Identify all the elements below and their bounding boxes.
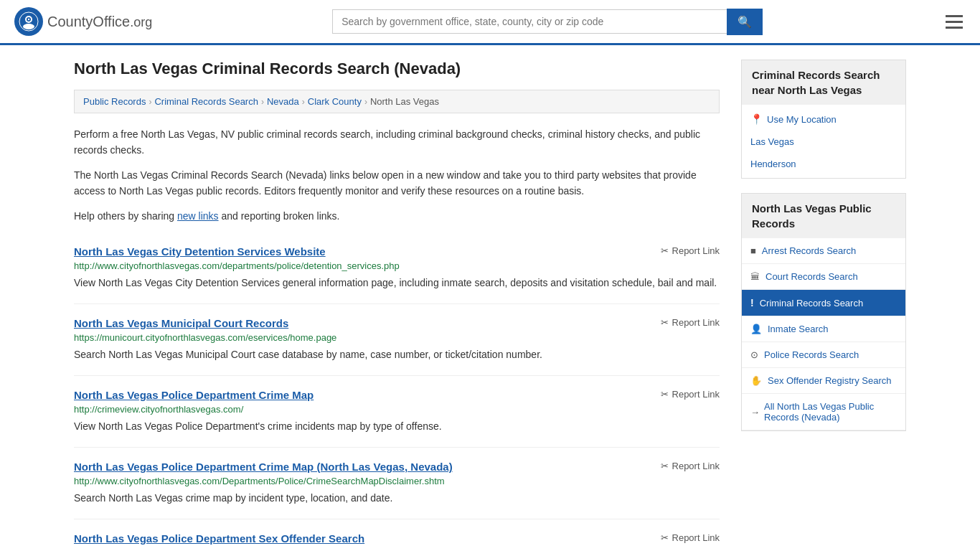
report-link-2[interactable]: ✂ Report Link bbox=[661, 317, 720, 328]
result-title-2[interactable]: North Las Vegas Municipal Court Records bbox=[74, 317, 288, 329]
breadcrumb-nevada[interactable]: Nevada bbox=[267, 96, 299, 107]
near-item-henderson[interactable]: Henderson bbox=[742, 153, 905, 175]
sidebar-inmate-search-label: Inmate Search bbox=[768, 324, 829, 334]
search-button[interactable]: 🔍 bbox=[727, 9, 763, 35]
sidebar-all-records-link[interactable]: → All North Las Vegas Public Records (Ne… bbox=[742, 394, 905, 430]
search-input[interactable] bbox=[332, 9, 727, 34]
breadcrumb-clark-county[interactable]: Clark County bbox=[308, 96, 362, 107]
result-title-5[interactable]: North Las Vegas Police Department Sex Of… bbox=[74, 532, 364, 545]
header: CountyOffice.org 🔍 bbox=[0, 0, 980, 45]
report-icon-2: ✂ bbox=[661, 317, 669, 328]
result-desc-1: View North Las Vegas City Detention Serv… bbox=[74, 276, 720, 291]
henderson-link[interactable]: Henderson bbox=[750, 159, 796, 169]
breadcrumb: Public Records › Criminal Records Search… bbox=[74, 90, 720, 113]
search-area: 🔍 bbox=[332, 9, 763, 35]
sidebar-public-records-header: North Las Vegas Public Records bbox=[741, 193, 906, 238]
breadcrumb-criminal-records[interactable]: Criminal Records Search bbox=[154, 96, 258, 107]
result-url-2[interactable]: https://municourt.cityofnorthlasvegas.co… bbox=[74, 332, 720, 343]
use-my-location-link[interactable]: Use My Location bbox=[767, 114, 837, 125]
sidebar-court-records-label: Court Records Search bbox=[765, 271, 858, 282]
result-url-4[interactable]: http://www.cityofnorthlasvegas.com/Depar… bbox=[74, 476, 720, 486]
near-item-location[interactable]: 📍 Use My Location bbox=[742, 108, 905, 131]
breadcrumb-north-las-vegas: North Las Vegas bbox=[370, 96, 439, 107]
report-label-3: Report Link bbox=[672, 389, 720, 400]
report-label-4: Report Link bbox=[672, 461, 720, 471]
inmate-search-icon: 👤 bbox=[750, 324, 762, 334]
breadcrumb-public-records[interactable]: Public Records bbox=[83, 96, 146, 107]
breadcrumb-sep-1: › bbox=[149, 97, 151, 107]
report-link-1[interactable]: ✂ Report Link bbox=[661, 245, 720, 256]
sidebar-public-records-title: North Las Vegas Public Records bbox=[752, 201, 895, 231]
near-item-las-vegas[interactable]: Las Vegas bbox=[742, 131, 905, 153]
criminal-records-icon: ! bbox=[750, 297, 754, 309]
sidebar-item-arrest-records[interactable]: ■ Arrest Records Search bbox=[742, 238, 905, 264]
menu-line-3 bbox=[946, 27, 963, 29]
report-icon-4: ✂ bbox=[661, 461, 669, 471]
sidebar-near-title: Criminal Records Search near North Las V… bbox=[752, 67, 895, 98]
menu-line-2 bbox=[946, 21, 963, 23]
result-url-1[interactable]: http://www.cityofnorthlasvegas.com/depar… bbox=[74, 260, 720, 271]
result-desc-2: Search North Las Vegas Municipal Court c… bbox=[74, 347, 720, 362]
las-vegas-link[interactable]: Las Vegas bbox=[750, 136, 794, 147]
police-records-icon: ⊙ bbox=[750, 349, 758, 360]
result-item-2: North Las Vegas Municipal Court Records … bbox=[74, 304, 720, 376]
result-item-4: North Las Vegas Police Department Crime … bbox=[74, 448, 720, 519]
desc-para3-end: and reporting broken links. bbox=[219, 210, 340, 222]
sidebar-item-criminal-records[interactable]: ! Criminal Records Search bbox=[742, 290, 905, 316]
menu-line-1 bbox=[946, 15, 963, 17]
result-desc-4: Search North Las Vegas crime map by inci… bbox=[74, 491, 720, 506]
report-link-3[interactable]: ✂ Report Link bbox=[661, 389, 720, 400]
report-icon-3: ✂ bbox=[661, 389, 669, 400]
arrest-records-icon: ■ bbox=[750, 245, 756, 256]
content-area: North Las Vegas Criminal Records Search … bbox=[74, 60, 720, 551]
report-icon-5: ✂ bbox=[661, 532, 669, 543]
sidebar: Criminal Records Search near North Las V… bbox=[741, 60, 906, 551]
main-layout: North Las Vegas Criminal Records Search … bbox=[60, 45, 920, 551]
report-link-5[interactable]: ✂ Report Link bbox=[661, 532, 720, 543]
search-icon: 🔍 bbox=[738, 16, 752, 28]
description-para-2: The North Las Vegas Criminal Records Sea… bbox=[74, 167, 720, 199]
sidebar-public-records-items: ■ Arrest Records Search 🏛 Court Records … bbox=[741, 238, 906, 431]
sidebar-item-sex-offender[interactable]: ✋ Sex Offender Registry Search bbox=[742, 368, 905, 394]
sidebar-criminal-records-label: Criminal Records Search bbox=[760, 298, 864, 309]
svg-point-3 bbox=[28, 19, 29, 20]
sidebar-near-items: 📍 Use My Location Las Vegas Henderson bbox=[741, 105, 906, 179]
sidebar-item-police-records[interactable]: ⊙ Police Records Search bbox=[742, 342, 905, 368]
report-label-5: Report Link bbox=[672, 532, 720, 543]
result-title-1[interactable]: North Las Vegas City Detention Services … bbox=[74, 245, 326, 258]
logo-icon bbox=[14, 7, 43, 36]
result-url-3[interactable]: http://crimeview.cityofnorthlasvegas.com… bbox=[74, 404, 720, 415]
logo-name: CountyOffice bbox=[47, 14, 130, 29]
sidebar-item-court-records[interactable]: 🏛 Court Records Search bbox=[742, 264, 905, 290]
sex-offender-icon: ✋ bbox=[750, 375, 762, 386]
report-link-4[interactable]: ✂ Report Link bbox=[661, 461, 720, 471]
sidebar-arrest-records-label: Arrest Records Search bbox=[762, 245, 857, 256]
sidebar-near-section-header: Criminal Records Search near North Las V… bbox=[741, 60, 906, 105]
report-icon-1: ✂ bbox=[661, 245, 669, 256]
result-item-3: North Las Vegas Police Department Crime … bbox=[74, 376, 720, 448]
breadcrumb-sep-4: › bbox=[364, 97, 367, 107]
result-desc-3: View North Las Vegas Police Department's… bbox=[74, 419, 720, 434]
description-para-3: Help others by sharing new links and rep… bbox=[74, 208, 720, 224]
sidebar-item-inmate-search[interactable]: 👤 Inmate Search bbox=[742, 316, 905, 342]
all-records-label[interactable]: All North Las Vegas Public Records (Neva… bbox=[764, 401, 897, 423]
logo-suffix: .org bbox=[130, 15, 152, 29]
sidebar-sex-offender-label: Sex Offender Registry Search bbox=[768, 375, 891, 386]
report-label-1: Report Link bbox=[672, 245, 720, 256]
svg-point-4 bbox=[23, 24, 34, 29]
location-icon: 📍 bbox=[750, 113, 763, 125]
result-title-4[interactable]: North Las Vegas Police Department Crime … bbox=[74, 461, 453, 473]
report-label-2: Report Link bbox=[672, 317, 720, 328]
page-title: North Las Vegas Criminal Records Search … bbox=[74, 60, 720, 78]
court-records-icon: 🏛 bbox=[750, 271, 760, 282]
new-links-link[interactable]: new links bbox=[177, 210, 219, 222]
all-records-arrow-icon: → bbox=[750, 407, 760, 418]
breadcrumb-sep-2: › bbox=[261, 97, 264, 107]
sidebar-police-records-label: Police Records Search bbox=[764, 349, 859, 360]
result-title-3[interactable]: North Las Vegas Police Department Crime … bbox=[74, 389, 314, 401]
result-item-1: North Las Vegas City Detention Services … bbox=[74, 232, 720, 304]
description-para-1: Perform a free North Las Vegas, NV publi… bbox=[74, 126, 720, 159]
desc-para3-start: Help others by sharing bbox=[74, 210, 177, 222]
menu-button[interactable] bbox=[943, 12, 966, 32]
breadcrumb-sep-3: › bbox=[302, 97, 305, 107]
